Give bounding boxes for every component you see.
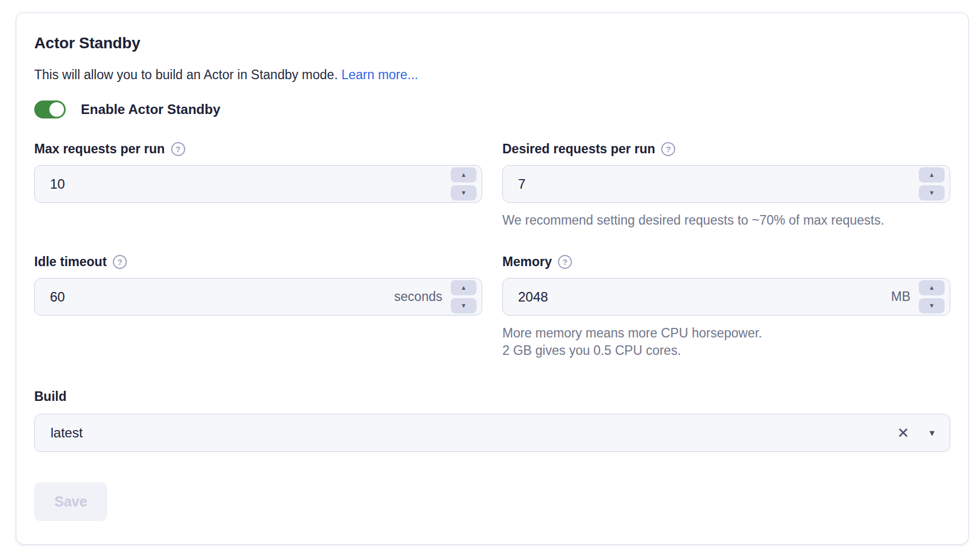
desired-requests-stepper-down-button[interactable]: ▼	[919, 185, 945, 200]
arrow-up-icon: ▲	[461, 172, 467, 178]
arrow-down-icon: ▼	[929, 303, 935, 309]
max-requests-label: Max requests per run	[34, 141, 165, 157]
memory-hint: More memory means more CPU horsepower. 2…	[502, 325, 950, 359]
idle-timeout-label: Idle timeout	[34, 254, 107, 270]
memory-stepper: ▲ ▼	[919, 280, 945, 313]
help-icon[interactable]: ?	[661, 142, 675, 156]
memory-stepper-down-button[interactable]: ▼	[919, 298, 945, 313]
field-desired-requests: Desired requests per run ? ▲ ▼ We recomm…	[502, 141, 950, 229]
arrow-up-icon: ▲	[929, 172, 935, 178]
idle-timeout-stepper-up-button[interactable]: ▲	[451, 280, 477, 295]
desired-requests-stepper: ▲ ▼	[919, 167, 945, 200]
memory-hint-line2: 2 GB gives you 0.5 CPU cores.	[502, 342, 950, 359]
save-button[interactable]: Save	[34, 482, 107, 521]
description-text: This will allow you to build an Actor in…	[34, 67, 338, 82]
build-label: Build	[34, 389, 67, 404]
max-requests-input-wrap: ▲ ▼	[34, 165, 482, 203]
max-requests-label-row: Max requests per run ?	[34, 141, 482, 157]
actor-standby-card: Actor Standby This will allow you to bui…	[16, 12, 969, 545]
idle-timeout-stepper-down-button[interactable]: ▼	[451, 298, 477, 313]
enable-standby-toggle[interactable]	[34, 101, 66, 118]
desired-requests-hint: We recommend setting desired requests to…	[502, 212, 950, 229]
chevron-down-icon[interactable]: ▾	[929, 428, 935, 438]
arrow-up-icon: ▲	[929, 285, 935, 291]
build-label-row: Build	[34, 389, 950, 404]
field-max-requests: Max requests per run ? ▲ ▼	[34, 141, 482, 203]
idle-timeout-label-row: Idle timeout ?	[34, 254, 482, 270]
clear-icon[interactable]: ✕	[897, 426, 909, 440]
arrow-down-icon: ▼	[461, 303, 467, 309]
field-memory: Memory ? MB ▲ ▼ More memory means more C…	[502, 254, 950, 359]
idle-timeout-stepper: ▲ ▼	[451, 280, 477, 313]
arrow-up-icon: ▲	[461, 285, 467, 291]
help-icon[interactable]: ?	[113, 255, 127, 269]
max-requests-stepper: ▲ ▼	[451, 167, 477, 200]
arrow-down-icon: ▼	[929, 190, 935, 196]
memory-label: Memory	[502, 254, 552, 270]
enable-standby-row: Enable Actor Standby	[34, 101, 950, 118]
desired-requests-stepper-up-button[interactable]: ▲	[919, 167, 945, 182]
build-select[interactable]: latest ✕ ▾	[34, 414, 950, 452]
desired-requests-label-row: Desired requests per run ?	[502, 141, 950, 157]
max-requests-stepper-down-button[interactable]: ▼	[451, 185, 477, 200]
desired-requests-input-wrap: ▲ ▼	[502, 165, 950, 203]
desired-requests-label: Desired requests per run	[502, 141, 655, 157]
page-title: Actor Standby	[34, 34, 950, 52]
idle-timeout-unit: seconds	[394, 289, 442, 304]
max-requests-stepper-up-button[interactable]: ▲	[451, 167, 477, 182]
build-select-value: latest	[35, 425, 897, 441]
enable-standby-label: Enable Actor Standby	[81, 102, 220, 117]
idle-timeout-input-wrap: seconds ▲ ▼	[34, 278, 482, 316]
learn-more-link[interactable]: Learn more...	[341, 67, 418, 82]
help-icon[interactable]: ?	[558, 255, 572, 269]
toggle-knob-icon	[49, 102, 64, 117]
memory-input[interactable]	[503, 289, 891, 305]
settings-grid: Max requests per run ? ▲ ▼ Desired reque…	[34, 141, 950, 359]
desired-requests-input[interactable]	[503, 176, 919, 192]
memory-label-row: Memory ?	[502, 254, 950, 270]
memory-unit: MB	[891, 289, 911, 304]
field-idle-timeout: Idle timeout ? seconds ▲ ▼	[34, 254, 482, 316]
arrow-down-icon: ▼	[461, 190, 467, 196]
field-build: Build latest ✕ ▾	[34, 389, 950, 452]
description: This will allow you to build an Actor in…	[34, 66, 950, 83]
memory-stepper-up-button[interactable]: ▲	[919, 280, 945, 295]
memory-input-wrap: MB ▲ ▼	[502, 278, 950, 316]
help-icon[interactable]: ?	[171, 142, 185, 156]
max-requests-input[interactable]	[35, 176, 451, 192]
memory-hint-line1: More memory means more CPU horsepower.	[502, 325, 950, 342]
idle-timeout-input[interactable]	[35, 289, 394, 305]
